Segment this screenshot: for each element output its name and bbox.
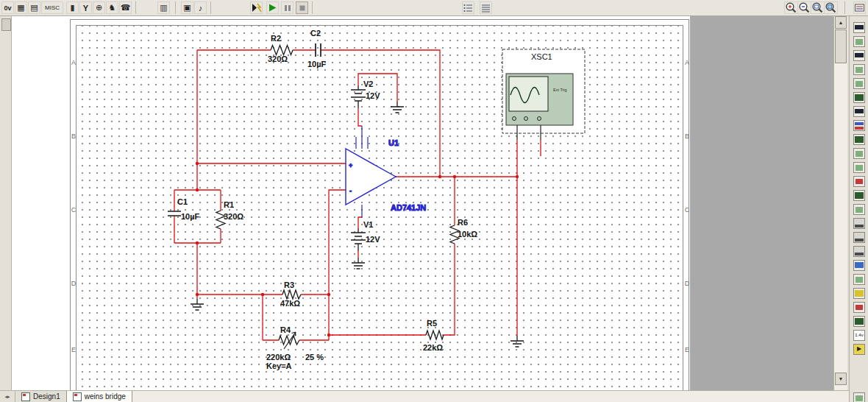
scrollbar-thumb[interactable] (835, 29, 847, 63)
instrument-XSC1-ref[interactable]: XSC1 (531, 52, 552, 61)
component-R2-value[interactable]: 320Ω (268, 54, 288, 63)
pause-icon (283, 4, 292, 13)
tab-scroller[interactable]: ◂▸ (0, 391, 15, 402)
instrument-run-probe-icon[interactable]: ▶ (853, 344, 865, 355)
component-U1[interactable]: + - U1 AD741JN (346, 126, 426, 217)
zoom-in-button[interactable] (784, 1, 798, 14)
component-V2[interactable]: V2 12V (351, 80, 380, 108)
instrument-four-channel-oscilloscope-icon[interactable] (853, 78, 865, 89)
component-R1-ref[interactable]: R1 (224, 200, 234, 209)
stop-icon (298, 4, 307, 13)
component-C2-value[interactable]: 10µF (307, 60, 327, 68)
electromechanical-components-icon[interactable]: ⊕ (93, 1, 105, 14)
instrument-wattmeter-icon[interactable] (853, 50, 865, 61)
instrument-word-generator-icon[interactable] (853, 120, 865, 131)
instrument-logic-converter-icon[interactable] (853, 134, 865, 145)
component-R3[interactable]: R3 47kΩ (280, 281, 301, 308)
component-V2-value[interactable]: 12V (366, 91, 380, 100)
instrument-iv-analyzer-icon[interactable] (853, 162, 865, 173)
instrument-measurement-probe-icon[interactable]: 1.4v (853, 330, 865, 341)
power-components-icon[interactable]: ▤ (28, 1, 40, 14)
instrument-agilent-multimeter-icon[interactable] (853, 232, 865, 243)
component-C2[interactable]: C2 10µF (307, 29, 327, 68)
rack-icon (854, 2, 865, 13)
scroll-up-button[interactable]: ▲ (835, 16, 847, 29)
instrument-distortion-analyzer-icon[interactable] (853, 176, 865, 187)
component-R2-ref[interactable]: R2 (271, 34, 281, 43)
component-C1[interactable]: C1 10µF (168, 197, 200, 221)
stop-simulation-button[interactable] (296, 1, 308, 14)
instrument-oscilloscope-icon[interactable] (853, 64, 865, 75)
component-R4-key[interactable]: Key=A (266, 362, 292, 370)
zoom-area-button[interactable] (811, 1, 825, 14)
instrument-function-generator-icon[interactable] (853, 36, 865, 47)
component-R3-value[interactable]: 47kΩ (280, 299, 300, 308)
scroll-down-button[interactable]: ▼ (835, 373, 847, 385)
instrument-corner-icon[interactable] (853, 392, 865, 402)
measurement-probe-toolbar-icon[interactable]: 0v (1, 1, 14, 14)
component-V1[interactable]: V1 12V (351, 220, 380, 251)
component-R1-value[interactable]: 320Ω (224, 212, 243, 221)
interactive-simulation-icon[interactable] (250, 1, 263, 14)
instrument-agilent-oscilloscope-icon[interactable] (853, 246, 865, 257)
instruments-panel-icon[interactable] (853, 1, 866, 14)
instrument-current-clamp-icon[interactable] (853, 302, 865, 313)
schematic-canvas[interactable]: A B C D E A B C D E R2 320Ω (12, 16, 833, 390)
instrument-labview-icon[interactable] (853, 288, 865, 299)
vertical-scrollbar[interactable]: ▲ ▼ (833, 16, 847, 390)
component-R4[interactable]: R4 220kΩ 25 % Key=A (266, 325, 324, 370)
component-R5-ref[interactable]: R5 (427, 319, 437, 328)
description-box-icon[interactable] (462, 1, 474, 14)
misc-components-icon[interactable]: MISC (41, 1, 63, 14)
instrument-frequency-counter-icon[interactable] (853, 106, 865, 117)
component-R2[interactable]: R2 320Ω (268, 34, 293, 63)
mcu-components-icon[interactable]: ▥ (157, 1, 170, 14)
component-R6-ref[interactable]: R6 (458, 218, 468, 227)
instrument-agilent-function-generator-icon[interactable] (853, 218, 865, 229)
indicator-components-icon[interactable]: ▦ (15, 1, 27, 14)
instrument-logic-analyzer-icon[interactable] (853, 148, 865, 159)
potentiometer-symbol (279, 336, 299, 345)
zoom-fit-page-button[interactable] (824, 1, 838, 14)
run-simulation-button[interactable] (266, 1, 279, 14)
tab-design1[interactable]: Design1 (15, 391, 67, 402)
instrument-preset-icon[interactable] (853, 316, 865, 327)
component-R5-value[interactable]: 22kΩ (423, 343, 443, 352)
component-R5[interactable]: R5 22kΩ (423, 319, 444, 352)
instrument-network-analyzer-icon[interactable] (853, 204, 865, 215)
component-C1-ref[interactable]: C1 (177, 197, 188, 206)
component-R4-percent[interactable]: 25 % (305, 353, 324, 362)
component-U1-ref[interactable]: U1 (388, 138, 399, 147)
design-toolbox-grip[interactable] (1, 18, 11, 31)
ground-symbols[interactable] (191, 102, 524, 347)
zoom-out-button[interactable] (797, 1, 811, 14)
component-V2-ref[interactable]: V2 (363, 80, 373, 88)
spreadsheet-view-icon[interactable] (480, 1, 492, 14)
component-R4-value[interactable]: 220kΩ (266, 353, 291, 362)
component-C2-ref[interactable]: C2 (310, 29, 321, 38)
rf-components-icon[interactable]: Y (79, 1, 92, 14)
toolbar-separator (210, 1, 211, 14)
connector-components-icon[interactable]: ☎ (119, 1, 132, 14)
hierarchical-block-icon[interactable]: ▣ (181, 1, 193, 14)
ground-symbol (391, 102, 404, 113)
instrument-bode-plotter-icon[interactable] (853, 92, 865, 103)
component-U1-value[interactable]: AD741JN (391, 203, 426, 212)
ni-components-icon[interactable]: ♞ (106, 1, 118, 14)
component-V1-value[interactable]: 12V (366, 235, 380, 244)
component-C1-value[interactable]: 10µF (181, 212, 200, 221)
advanced-peripherals-icon[interactable]: ▮ (66, 1, 79, 14)
component-R3-ref[interactable]: R3 (284, 281, 294, 289)
battery-symbol (351, 85, 366, 108)
instrument-elvis-icon[interactable] (853, 274, 865, 285)
instrument-tektronix-oscilloscope-icon[interactable] (853, 260, 865, 271)
component-V1-ref[interactable]: V1 (363, 220, 373, 229)
instrument-spectrum-analyzer-icon[interactable] (853, 190, 865, 201)
pause-simulation-button[interactable] (281, 1, 294, 14)
tab-weins-bridge[interactable]: weins bridge (67, 391, 132, 402)
component-R6-value[interactable]: 10kΩ (458, 230, 477, 239)
place-bus-icon[interactable]: ♪ (194, 1, 207, 14)
component-R4-ref[interactable]: R4 (280, 325, 291, 334)
instrument-XSC1[interactable]: XSC1 Ext Trig (502, 49, 585, 140)
instrument-multimeter-icon[interactable] (853, 22, 865, 33)
